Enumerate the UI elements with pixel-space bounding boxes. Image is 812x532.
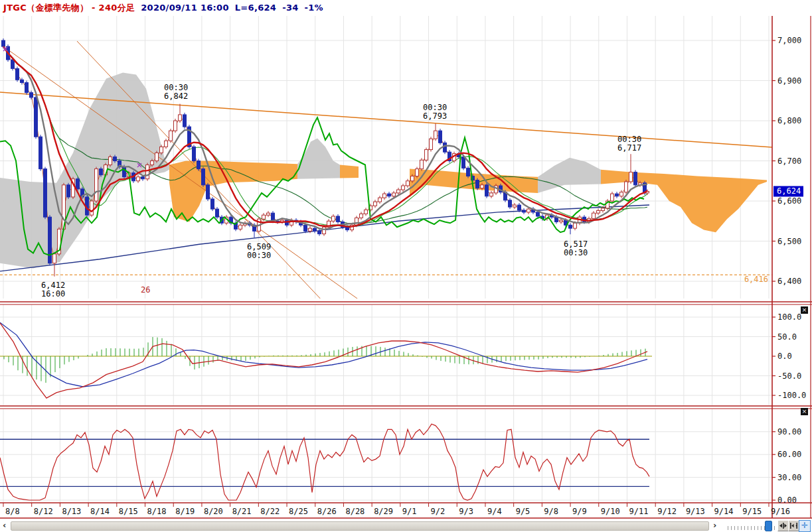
svg-text:26: 26 (141, 285, 150, 295)
svg-text:9/4: 9/4 (487, 507, 502, 516)
macd-line (0, 323, 647, 398)
svg-text:8/22: 8/22 (260, 507, 280, 516)
svg-text:9/11: 9/11 (629, 507, 648, 516)
svg-text:6,700: 6,700 (777, 157, 801, 166)
svg-text:8/13: 8/13 (62, 507, 81, 516)
svg-text:6,793: 6,793 (423, 111, 447, 121)
svg-text:8/18: 8/18 (147, 507, 167, 516)
scrollbar: ‹ › ✛ (0, 520, 812, 531)
price-axis: 7,0006,9006,8006,7006,6006,5006,400 (772, 36, 801, 286)
svg-text:7,000: 7,000 (777, 36, 801, 45)
svg-text:6,500: 6,500 (777, 237, 801, 246)
chart-canvas: 7,0006,9006,8006,7006,6006,5006,4006,624… (0, 0, 812, 520)
svg-text:9/5: 9/5 (516, 507, 530, 516)
svg-text:8/25: 8/25 (289, 507, 308, 516)
bar-zoom-in-icon (779, 522, 787, 529)
svg-text:8/8: 8/8 (5, 507, 20, 516)
svg-text:8/14: 8/14 (90, 507, 110, 516)
svg-text:8/12: 8/12 (34, 507, 53, 516)
svg-text:8/21: 8/21 (232, 507, 252, 516)
svg-text:9/2: 9/2 (431, 507, 446, 516)
zoom-slider-thumb[interactable] (765, 521, 772, 531)
svg-text:9/1: 9/1 (402, 507, 417, 516)
stochastic-panel-close-button[interactable]: × (801, 408, 808, 415)
svg-text:9/12: 9/12 (657, 507, 677, 516)
oscillator-panel-close-button[interactable]: × (801, 306, 808, 314)
svg-text:9/9: 9/9 (572, 507, 587, 516)
svg-text:6,624: 6,624 (777, 186, 801, 196)
svg-text:00:30: 00:30 (564, 248, 588, 257)
current-price-badge: 6,624 (773, 186, 803, 196)
svg-text:9/3: 9/3 (459, 507, 473, 516)
svg-text:8/28: 8/28 (345, 507, 365, 516)
svg-text:30.00: 30.00 (777, 473, 801, 482)
svg-text:6,517: 6,517 (564, 239, 588, 249)
pan-move-button[interactable]: ✛ (799, 520, 811, 532)
svg-text:8/26: 8/26 (317, 507, 337, 516)
svg-text:16:00: 16:00 (41, 289, 65, 299)
scrollbar-track[interactable] (11, 521, 709, 531)
date-axis: 8/88/128/138/148/158/188/198/208/218/228… (3, 503, 790, 516)
svg-text:0.00: 0.00 (777, 496, 797, 505)
svg-text:6,600: 6,600 (777, 196, 801, 206)
svg-text:0.0: 0.0 (777, 352, 792, 361)
svg-text:6,416: 6,416 (744, 275, 768, 284)
svg-text:100.0: 100.0 (777, 312, 801, 322)
svg-text:-100.0: -100.0 (777, 391, 806, 400)
svg-text:8/29: 8/29 (374, 507, 393, 516)
svg-text:9/8: 9/8 (544, 507, 558, 516)
bar-zoom-out-icon (790, 522, 797, 529)
svg-text:-50.0: -50.0 (777, 371, 801, 381)
svg-text:00:30: 00:30 (617, 135, 641, 144)
svg-text:9/15: 9/15 (742, 507, 762, 516)
svg-text:9/16: 9/16 (771, 507, 790, 516)
stochastic-line (0, 424, 649, 500)
svg-text:8/20: 8/20 (204, 507, 223, 516)
svg-text:6,400: 6,400 (777, 277, 801, 286)
stochastic-panel (0, 424, 649, 500)
svg-text:6,800: 6,800 (777, 116, 801, 125)
svg-text:90.00: 90.00 (777, 427, 801, 436)
svg-text:8/15: 8/15 (119, 507, 138, 516)
svg-text:9/14: 9/14 (714, 507, 734, 516)
svg-text:00:30: 00:30 (247, 251, 271, 260)
scroll-left-arrow[interactable]: ‹ (3, 520, 6, 530)
svg-text:8/19: 8/19 (175, 507, 195, 516)
svg-text:50.0: 50.0 (777, 332, 797, 342)
svg-text:00:30: 00:30 (423, 103, 447, 112)
chart-application-window: JTGC（金標準先物） - 240分足2020/09/11 16:00L=6,6… (0, 0, 812, 532)
svg-text:9/13: 9/13 (686, 507, 705, 516)
svg-text:9/10: 9/10 (601, 507, 620, 516)
svg-text:6,509: 6,509 (247, 242, 271, 251)
scroll-right-arrow[interactable]: › (713, 520, 716, 530)
svg-text:6,717: 6,717 (617, 143, 641, 153)
svg-text:6,412: 6,412 (41, 281, 65, 290)
svg-text:60.00: 60.00 (777, 450, 801, 459)
oscillator-panel (0, 322, 652, 398)
svg-text:6,842: 6,842 (164, 92, 188, 101)
bar-zoom-out-button[interactable] (788, 520, 799, 531)
oscillator-axis: 100.050.00.0-50.0-100.0 (772, 312, 806, 400)
bar-zoom-in-button[interactable] (777, 520, 789, 531)
svg-text:6,900: 6,900 (777, 76, 801, 86)
svg-text:00:30: 00:30 (164, 83, 188, 92)
stochastic-axis: 90.0060.0030.000.00 (772, 427, 801, 505)
